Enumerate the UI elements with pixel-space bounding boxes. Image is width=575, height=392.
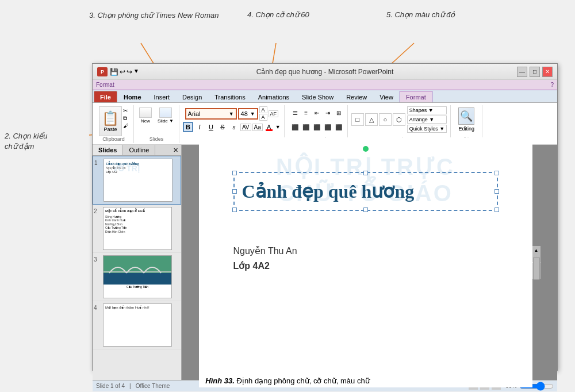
font-row1: Arial ▼ 48 ▼ A A AF — [185, 106, 279, 121]
tab-file[interactable]: File — [94, 91, 117, 102]
handle-bot-left[interactable] — [232, 207, 237, 212]
tab-insert[interactable]: Insert — [148, 91, 177, 102]
slide-num-4: 4 — [94, 303, 103, 311]
slide-subtitle: Nguyễn Thu An Lớp 4A2 — [233, 244, 297, 273]
font-color-dropdown[interactable]: ▼ — [275, 124, 281, 130]
font-size-box[interactable]: 48 ▼ — [238, 108, 258, 120]
handle-bot-mid[interactable] — [363, 207, 368, 212]
new-slide-icon — [139, 107, 152, 118]
shapes-button[interactable]: Shapes ▼ — [407, 106, 447, 114]
font-name-dropdown[interactable]: ▼ — [229, 111, 234, 117]
tab-slideshow[interactable]: Slide Show — [296, 91, 340, 102]
powerpoint-window: P 💾 ↩ ↪ ▼ Cảnh đẹp que hương - Microsoft… — [92, 63, 558, 371]
cut-button[interactable]: ✂ — [123, 107, 128, 114]
quick-styles-button[interactable]: Quick Styles ▼ — [407, 125, 447, 133]
tab-design[interactable]: Design — [176, 91, 208, 102]
thumb-4-content: Mời bạn đến thăm Huế nhé! — [103, 304, 171, 312]
tab-home[interactable]: Home — [117, 91, 148, 102]
font-size-dropdown[interactable]: ▼ — [250, 111, 255, 117]
slide-panel: Slides Outline ✕ 1 Cảnh đẹp quê hương Ng… — [93, 145, 182, 380]
bold-button[interactable]: B — [183, 122, 193, 132]
customize-icon[interactable]: ▼ — [133, 68, 139, 76]
slide-canvas: NỘI TRỊ TRỰC CHỮ TỔ GIÁO Cảnh đẹp quê hư… — [199, 137, 532, 387]
font-size-decrease[interactable]: A — [259, 114, 267, 121]
font-name-box[interactable]: Arial ▼ — [185, 108, 237, 120]
shape-btn-1[interactable]: □ — [351, 113, 364, 126]
shape-btn-3[interactable]: ○ — [379, 113, 392, 126]
scroll-up-button[interactable]: ▲ — [532, 246, 540, 254]
drawing-content: □ △ ○ ⬡ Shapes ▼ Arrange ▼ Quick Styles … — [351, 106, 447, 133]
handle-top-right[interactable] — [494, 171, 499, 175]
columns-button[interactable]: ⊞ — [332, 106, 345, 119]
para-buttons-row2: ⬛ ⬛ ⬛ ⬛ ⬛ — [289, 121, 343, 133]
strikethrough-button[interactable]: S — [217, 122, 228, 132]
panel-tab-slides[interactable]: Slides — [93, 145, 123, 155]
clear-format-button[interactable]: AF — [269, 110, 279, 117]
shape-btn-4[interactable]: ⬡ — [393, 113, 405, 126]
slide-num-2: 2 — [94, 207, 103, 214]
font-size-increase[interactable]: A — [259, 106, 267, 113]
font-color-button[interactable]: A — [264, 122, 274, 132]
handle-top-mid[interactable] — [363, 171, 368, 175]
slide-thumb-1[interactable]: 1 Cảnh đẹp quê hương Nguyễn Thu An Lớp 4… — [93, 156, 181, 205]
format-painter-button[interactable]: 🖌 — [123, 123, 128, 129]
handle-top-left[interactable] — [232, 171, 237, 175]
slide-thumb-4[interactable]: 4 Mời bạn đến thăm Huế nhé! — [93, 301, 181, 349]
restore-button[interactable]: □ — [530, 67, 540, 77]
shadow-button[interactable]: s — [229, 122, 239, 132]
case-button[interactable]: Aa — [252, 124, 263, 131]
panel-tab-outline[interactable]: Outline — [123, 145, 155, 155]
slides-label: Slides — [150, 136, 164, 142]
para-buttons-row1: ☰ ≡ ⇤ ⇥ ⊞ — [289, 106, 343, 119]
spacing-button[interactable]: AV — [240, 124, 251, 131]
annotation-step2: 2. Chọn kiểuchữ đậm — [5, 131, 48, 152]
paste-button[interactable]: 📋 Paste — [99, 106, 122, 136]
new-label: New — [141, 118, 150, 124]
slide-thumb-2[interactable]: 2 Một số cảnh đẹp ở Huế Sông Hương Kinh … — [93, 205, 181, 253]
svg-rect-5 — [103, 273, 171, 285]
caption-bold: Hình 33. — [205, 376, 235, 385]
caption: Hình 33. Định dạng phông chữ, cỡ chữ, mà… — [0, 376, 575, 385]
handle-bot-right[interactable] — [494, 207, 499, 212]
slide-preview-1: Cảnh đẹp quê hương Nguyễn Thu An Lớp 4A2… — [103, 159, 172, 202]
text-direction-button[interactable]: ⬛ — [332, 121, 345, 133]
edit-canvas: NỘI TRỊ TRỰC CHỮ TỔ GIÁO Cảnh đẹp quê hư… — [182, 145, 557, 380]
panel-close-button[interactable]: ✕ — [170, 145, 181, 155]
main-area: Slides Outline ✕ 1 Cảnh đẹp quê hương Ng… — [93, 145, 557, 380]
font-size-controls: A A — [259, 106, 267, 121]
italic-button[interactable]: I — [194, 122, 205, 132]
tab-format[interactable]: Format — [400, 91, 432, 102]
save-icon[interactable]: 💾 — [110, 68, 118, 76]
editing-button[interactable]: 🔍 Editing — [456, 106, 477, 133]
slide-thumbnails: 1 Cảnh đẹp quê hương Nguyễn Thu An Lớp 4… — [93, 156, 181, 378]
slide-thumb-3[interactable]: 3 — [93, 253, 181, 301]
resize-dot[interactable] — [363, 146, 369, 152]
handle-mid-left[interactable] — [232, 189, 237, 194]
copy-button[interactable]: ⧉ — [123, 115, 128, 122]
shape-btn-2[interactable]: △ — [365, 113, 378, 126]
tab-transitions[interactable]: Transitions — [208, 91, 251, 102]
tab-view[interactable]: View — [373, 91, 400, 102]
font-color-indicator — [266, 129, 273, 131]
handle-mid-right[interactable] — [494, 189, 499, 194]
tab-animations[interactable]: Animations — [252, 91, 296, 102]
thumb-1-wm: VÕ TRỊ — [113, 164, 140, 173]
minimize-button[interactable]: — — [517, 67, 527, 77]
quick-access-toolbar: 💾 ↩ ↪ ▼ — [110, 68, 139, 76]
redo-icon[interactable]: ↪ — [126, 68, 132, 76]
underline-button[interactable]: U — [206, 122, 216, 132]
slide-button[interactable]: Slide ▼ — [156, 106, 175, 125]
ribbon-tabs: File Home Insert Design Transitions Anim… — [93, 90, 557, 103]
shapes-grid: □ △ ○ ⬡ — [351, 113, 405, 126]
scroll-thumb[interactable] — [533, 257, 540, 280]
slide-num-1: 1 — [94, 159, 103, 166]
new-slide-button[interactable]: New — [137, 106, 154, 125]
arrange-button[interactable]: Arrange ▼ — [407, 116, 447, 124]
tab-review[interactable]: Review — [340, 91, 373, 102]
close-button[interactable]: ✕ — [542, 67, 553, 77]
window-controls: — □ ✕ — [517, 67, 553, 77]
text-box-selected[interactable]: Cảnh đẹp quê hương — [233, 172, 498, 211]
slide-preview-4: Mời bạn đến thăm Huế nhé! — [103, 303, 172, 347]
undo-icon[interactable]: ↩ — [120, 68, 125, 76]
annotation-step5: 5. Chọn màu chữ đỏ — [386, 10, 455, 19]
